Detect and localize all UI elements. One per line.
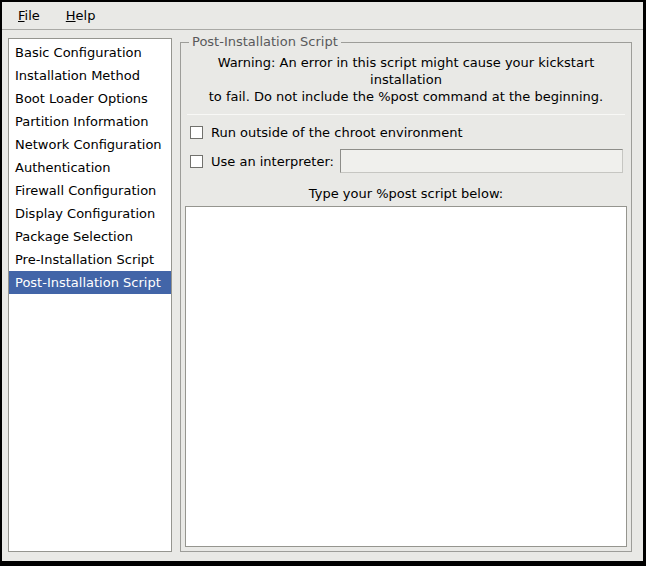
warning-line-2: to fail. Do not include the %post comman… [181, 88, 631, 105]
interpreter-option-row: Use an interpreter: [190, 149, 623, 173]
chroot-checkbox[interactable] [190, 126, 203, 139]
post-installation-script-frame: Post-Installation Script Warning: An err… [180, 42, 632, 552]
sidebar-item-partition-information[interactable]: Partition Information [9, 110, 171, 133]
script-instruction-label: Type your %post script below: [181, 186, 631, 201]
post-script-textarea[interactable] [185, 206, 627, 547]
chroot-option-row: Run outside of the chroot environment [190, 120, 623, 144]
sidebar-item-package-selection[interactable]: Package Selection [9, 225, 171, 248]
interpreter-checkbox[interactable] [190, 155, 203, 168]
menubar: File Help [2, 2, 643, 30]
sidebar-item-firewall-configuration[interactable]: Firewall Configuration [9, 179, 171, 202]
sidebar-item-boot-loader-options[interactable]: Boot Loader Options [9, 87, 171, 110]
menu-file[interactable]: File [10, 4, 48, 27]
sidebar-item-pre-installation-script[interactable]: Pre-Installation Script [9, 248, 171, 271]
interpreter-checkbox-label[interactable]: Use an interpreter: [211, 154, 334, 169]
sidebar-item-post-installation-script[interactable]: Post-Installation Script [9, 271, 171, 294]
sidebar-item-basic-configuration[interactable]: Basic Configuration [9, 41, 171, 64]
sidebar-item-authentication[interactable]: Authentication [9, 156, 171, 179]
chroot-checkbox-label[interactable]: Run outside of the chroot environment [211, 125, 463, 140]
kickstart-configurator-window: File Help Basic Configuration Installati… [0, 0, 646, 566]
horizontal-separator [187, 114, 625, 115]
warning-line-1: Warning: An error in this script might c… [181, 54, 631, 88]
section-list: Basic Configuration Installation Method … [8, 38, 172, 552]
warning-text: Warning: An error in this script might c… [181, 54, 631, 105]
menu-help[interactable]: Help [58, 4, 104, 27]
sidebar-item-installation-method[interactable]: Installation Method [9, 64, 171, 87]
sidebar-item-display-configuration[interactable]: Display Configuration [9, 202, 171, 225]
sidebar-item-network-configuration[interactable]: Network Configuration [9, 133, 171, 156]
frame-title: Post-Installation Script [189, 34, 341, 49]
interpreter-entry[interactable] [340, 149, 623, 173]
